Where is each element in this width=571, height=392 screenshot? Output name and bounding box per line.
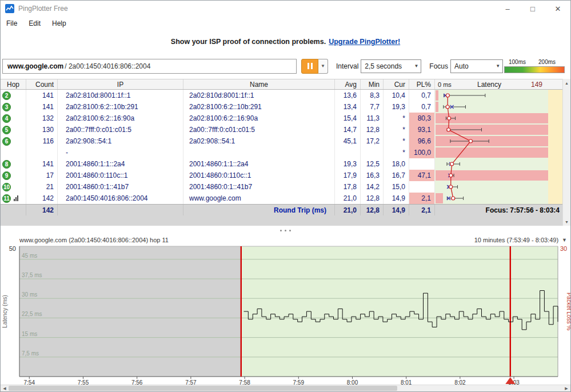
table-row[interactable]: 51302a00::7fff:0:c01:c01:52a00::7fff:0:c… <box>1 124 570 135</box>
pause-button[interactable] <box>301 59 318 74</box>
target-host: www.google.com <box>7 62 63 70</box>
cur-cell: 18,0 <box>384 158 409 170</box>
cur-cell: * <box>384 147 409 158</box>
header-pl[interactable]: PL% <box>409 79 435 89</box>
header-hop[interactable]: Hop <box>1 79 26 89</box>
name-cell: www.google.com <box>183 193 335 204</box>
avg-cell: 45,1 <box>335 135 361 147</box>
header-ip[interactable]: IP <box>58 79 183 89</box>
cur-cell: 19,3 <box>384 101 409 113</box>
loss-band <box>436 193 443 203</box>
target-input[interactable]: www.google.com / 2a00:1450:4016:806::200… <box>2 59 297 74</box>
latency-warn-band <box>548 181 564 193</box>
packet-loss-cell: 93,1 <box>409 124 435 135</box>
table-row[interactable]: 41322a02:8100:6:2::16:90a2a02:8100:6:2::… <box>1 113 570 124</box>
latency-graph-cell <box>435 158 570 170</box>
loss-band <box>436 147 548 158</box>
table-row[interactable]: -*100,0 <box>1 147 570 158</box>
close-button[interactable]: ✕ <box>545 1 570 17</box>
count-cell: 141 <box>26 158 58 170</box>
summary-avg: 21,0 <box>335 205 361 215</box>
packet-loss-cell: 100,0 <box>409 147 435 158</box>
table-row[interactable]: 9172001:4860:0:110c::12001:4860:0:110c::… <box>1 170 570 181</box>
table-row[interactable]: 10212001:4860:0:1::41b72001:4860:0:1::41… <box>1 181 570 193</box>
loss-band <box>436 170 548 181</box>
scroll-left-icon[interactable]: ◀ <box>1 385 9 391</box>
loss-band <box>436 113 548 123</box>
minimize-button[interactable]: – <box>495 1 520 17</box>
count-cell: 116 <box>26 135 58 147</box>
min-cell: 12,8 <box>361 124 384 135</box>
scroll-up-icon[interactable]: ▲ <box>563 79 570 87</box>
scroll-down-icon[interactable]: ▼ <box>563 218 570 226</box>
latency-warn-band <box>548 113 564 124</box>
summary-hop-cell <box>1 205 26 215</box>
header-count[interactable]: Count <box>26 79 58 89</box>
min-cell: 11,3 <box>361 113 384 124</box>
maximize-button[interactable]: □ <box>520 1 545 17</box>
ip-cell: 2001:4860:0:110c::1 <box>58 170 183 181</box>
hop-number-badge: 9 <box>2 171 11 180</box>
upgrade-link[interactable]: Upgrade PingPlotter! <box>329 38 400 46</box>
svg-text:22,5 ms: 22,5 ms <box>22 311 42 317</box>
timegraph-horizontal-scrollbar[interactable]: ◀ ▶ <box>1 385 570 391</box>
table-vertical-scrollbar[interactable]: ▲ ▼ <box>562 79 570 226</box>
summary-pl: 2,1 <box>409 205 435 215</box>
latency-warn-band <box>548 170 564 181</box>
timegraph-title: www.google.com (2a00:1450:4016:806::2004… <box>19 237 169 243</box>
timegraph-range: 10 minutes (7:53:49 - 8:03:49) <box>474 237 558 243</box>
svg-text:45 ms: 45 ms <box>22 253 37 259</box>
legend-200ms-label: 200ms <box>538 59 556 66</box>
hscroll-thumb[interactable] <box>9 386 397 391</box>
cur-cell: * <box>384 124 409 135</box>
round-trip-label: Round Trip (ms) <box>183 205 335 215</box>
packet-loss-cell <box>409 181 435 193</box>
scroll-track[interactable] <box>563 87 570 218</box>
pane-splitter[interactable] <box>1 226 570 235</box>
hop-number-badge: 4 <box>2 114 11 123</box>
collapse-graph-icon[interactable]: ▼ <box>562 237 567 243</box>
menu-help[interactable]: Help <box>46 18 72 29</box>
header-latency[interactable]: 0 ms Latency 149 <box>435 79 570 89</box>
hop-number-badge: 6 <box>2 137 11 146</box>
avg-cell: 19,3 <box>335 158 361 170</box>
table-row[interactable]: 111422a00:1450:4016:806::2004www.google.… <box>1 193 570 204</box>
latency-graph-cell <box>435 124 570 135</box>
table-row[interactable]: 61162a02:908::54:12a02:908::54:145,117,2… <box>1 135 570 147</box>
latency-graph-cell <box>435 170 570 181</box>
latency-axis-max: 149 <box>531 81 542 89</box>
scroll-right-icon[interactable]: ▶ <box>562 385 570 391</box>
header-cur[interactable]: Cur <box>384 79 409 89</box>
upgrade-banner: Show your ISP proof of connection proble… <box>1 30 570 53</box>
interval-select[interactable]: 2,5 seconds ▼ <box>361 59 421 73</box>
summary-cur: 14,9 <box>384 205 409 215</box>
header-min[interactable]: Min <box>361 79 384 89</box>
hscroll-track[interactable] <box>9 385 562 391</box>
latency-graph-cell <box>435 193 570 204</box>
svg-text:30 ms: 30 ms <box>22 291 37 298</box>
latency-time-graph[interactable]: 45 ms37,5 ms30 ms22,5 ms15 ms7,5 ms7:547… <box>1 245 571 386</box>
packet-loss-cell: 47,1 <box>409 170 435 181</box>
menu-file[interactable]: File <box>1 18 23 29</box>
latency-gradient-bar <box>504 66 565 73</box>
menu-edit[interactable]: Edit <box>23 18 46 29</box>
chevron-down-icon: ▼ <box>496 63 500 69</box>
latency-graph-cell <box>435 90 570 101</box>
header-avg[interactable]: Avg <box>335 79 361 89</box>
avg-cell: 14,7 <box>335 124 361 135</box>
packet-loss-cell: 2,1 <box>409 193 435 204</box>
table-row[interactable]: 21412a02:810d:8001:1f::12a02:810d:8001:1… <box>1 90 570 101</box>
header-name[interactable]: Name <box>183 79 335 89</box>
pingplotter-window: PingPlotter Free – □ ✕ File Edit Help Sh… <box>0 0 571 392</box>
table-row[interactable]: 81412001:4860:1:1::2a42001:4860:1:1::2a4… <box>1 158 570 170</box>
focus-select[interactable]: Auto ▼ <box>450 59 503 73</box>
loss-band <box>436 102 438 112</box>
pause-dropdown-button[interactable]: ▼ <box>318 59 328 74</box>
target-address: / 2a00:1450:4016:806::2004 <box>65 62 150 70</box>
name-cell: 2a02:8100:6:2::10b:291 <box>183 101 335 113</box>
table-row[interactable]: 31412a02:8100:6:2::10b:2912a02:8100:6:2:… <box>1 101 570 113</box>
toolbar: www.google.com / 2a00:1450:4016:806::200… <box>1 53 570 79</box>
min-cell: 7,7 <box>361 101 384 113</box>
pause-split-button: ▼ <box>301 59 328 74</box>
trace-table: Hop Count IP Name Avg Min Cur PL% 0 ms L… <box>1 79 570 226</box>
